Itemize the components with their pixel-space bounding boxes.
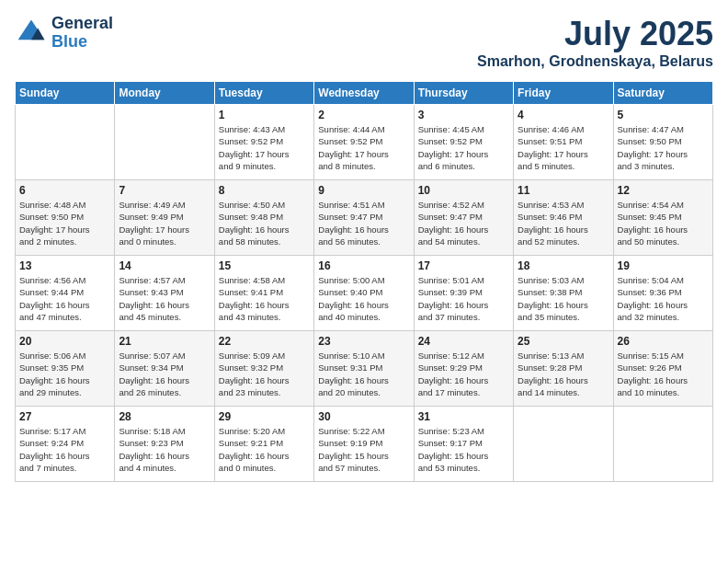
day-number: 9 [318,184,409,197]
day-number: 30 [318,410,409,423]
logo-line2: Blue [51,33,113,52]
calendar-cell: 16Sunrise: 5:00 AM Sunset: 9:40 PM Dayli… [314,256,414,331]
calendar-cell [514,407,613,482]
day-number: 26 [618,335,709,348]
day-number: 1 [219,109,310,121]
day-details: Sunrise: 5:22 AM Sunset: 9:19 PM Dayligh… [318,425,409,474]
calendar-cell: 30Sunrise: 5:22 AM Sunset: 9:19 PM Dayli… [314,407,414,482]
day-number: 6 [19,184,110,197]
day-number: 14 [119,259,210,272]
day-details: Sunrise: 4:57 AM Sunset: 9:43 PM Dayligh… [119,274,210,323]
day-number: 17 [418,259,509,272]
day-number: 13 [19,259,110,272]
calendar-body: 1Sunrise: 4:43 AM Sunset: 9:52 PM Daylig… [16,105,713,482]
day-details: Sunrise: 5:04 AM Sunset: 9:36 PM Dayligh… [618,274,709,323]
weekday-header-monday: Monday [115,82,214,105]
calendar-cell: 7Sunrise: 4:49 AM Sunset: 9:49 PM Daylig… [115,180,214,256]
calendar-cell: 3Sunrise: 4:45 AM Sunset: 9:52 PM Daylig… [414,105,513,180]
calendar-cell: 29Sunrise: 5:20 AM Sunset: 9:21 PM Dayli… [214,407,313,482]
calendar-week-1: 1Sunrise: 4:43 AM Sunset: 9:52 PM Daylig… [16,105,713,180]
calendar-cell: 1Sunrise: 4:43 AM Sunset: 9:52 PM Daylig… [214,105,313,180]
day-number: 3 [418,109,509,121]
day-details: Sunrise: 5:09 AM Sunset: 9:32 PM Dayligh… [219,350,310,398]
calendar-week-2: 6Sunrise: 4:48 AM Sunset: 9:50 PM Daylig… [16,180,713,256]
day-number: 20 [19,335,110,348]
month-title: July 2025 [477,15,713,53]
day-number: 18 [518,259,609,272]
day-number: 5 [618,109,709,121]
weekday-header-tuesday: Tuesday [214,82,313,105]
calendar-cell: 11Sunrise: 4:53 AM Sunset: 9:46 PM Dayli… [514,180,613,256]
day-number: 10 [418,184,509,197]
day-details: Sunrise: 5:10 AM Sunset: 9:31 PM Dayligh… [318,350,409,398]
day-details: Sunrise: 5:00 AM Sunset: 9:40 PM Dayligh… [318,274,409,323]
day-number: 7 [119,184,210,197]
day-details: Sunrise: 4:51 AM Sunset: 9:47 PM Dayligh… [318,199,409,247]
calendar-cell [613,407,712,482]
day-details: Sunrise: 4:45 AM Sunset: 9:52 PM Dayligh… [418,123,509,172]
calendar-cell: 9Sunrise: 4:51 AM Sunset: 9:47 PM Daylig… [314,180,414,256]
page-header: General Blue July 2025 Smarhon, Grodnens… [15,15,713,70]
day-number: 25 [518,335,609,348]
day-number: 29 [219,410,310,423]
day-number: 22 [219,335,310,348]
day-details: Sunrise: 4:44 AM Sunset: 9:52 PM Dayligh… [318,123,409,172]
weekday-header-wednesday: Wednesday [314,82,414,105]
calendar-week-3: 13Sunrise: 4:56 AM Sunset: 9:44 PM Dayli… [16,256,713,331]
calendar-cell: 25Sunrise: 5:13 AM Sunset: 9:28 PM Dayli… [514,331,613,407]
weekday-header-thursday: Thursday [414,82,513,105]
calendar-cell: 22Sunrise: 5:09 AM Sunset: 9:32 PM Dayli… [214,331,313,407]
day-number: 27 [19,410,110,423]
calendar-week-5: 27Sunrise: 5:17 AM Sunset: 9:24 PM Dayli… [16,407,713,482]
day-details: Sunrise: 4:52 AM Sunset: 9:47 PM Dayligh… [418,199,509,247]
calendar-week-4: 20Sunrise: 5:06 AM Sunset: 9:35 PM Dayli… [16,331,713,407]
calendar-cell: 2Sunrise: 4:44 AM Sunset: 9:52 PM Daylig… [314,105,414,180]
day-number: 15 [219,259,310,272]
day-details: Sunrise: 5:13 AM Sunset: 9:28 PM Dayligh… [518,350,609,398]
calendar-cell: 15Sunrise: 4:58 AM Sunset: 9:41 PM Dayli… [214,256,313,331]
weekday-header-saturday: Saturday [613,82,712,105]
day-details: Sunrise: 4:53 AM Sunset: 9:46 PM Dayligh… [518,199,609,247]
calendar-cell: 4Sunrise: 4:46 AM Sunset: 9:51 PM Daylig… [514,105,613,180]
calendar-cell: 12Sunrise: 4:54 AM Sunset: 9:45 PM Dayli… [613,180,712,256]
calendar-cell: 14Sunrise: 4:57 AM Sunset: 9:43 PM Dayli… [115,256,214,331]
day-details: Sunrise: 5:12 AM Sunset: 9:29 PM Dayligh… [418,350,509,398]
calendar-cell: 5Sunrise: 4:47 AM Sunset: 9:50 PM Daylig… [613,105,712,180]
day-number: 31 [418,410,509,423]
day-number: 12 [618,184,709,197]
location-title: Smarhon, Grodnenskaya, Belarus [477,53,713,70]
calendar-cell: 24Sunrise: 5:12 AM Sunset: 9:29 PM Dayli… [414,331,513,407]
day-number: 2 [318,109,409,121]
logo-icon [15,17,48,50]
calendar-cell: 28Sunrise: 5:18 AM Sunset: 9:23 PM Dayli… [115,407,214,482]
day-number: 8 [219,184,310,197]
calendar-cell: 23Sunrise: 5:10 AM Sunset: 9:31 PM Dayli… [314,331,414,407]
day-details: Sunrise: 4:54 AM Sunset: 9:45 PM Dayligh… [618,199,709,247]
day-details: Sunrise: 5:18 AM Sunset: 9:23 PM Dayligh… [119,425,210,474]
day-number: 23 [318,335,409,348]
calendar-cell [16,105,115,180]
day-details: Sunrise: 4:50 AM Sunset: 9:48 PM Dayligh… [219,199,310,247]
day-details: Sunrise: 5:15 AM Sunset: 9:26 PM Dayligh… [618,350,709,398]
day-number: 24 [418,335,509,348]
calendar-cell: 26Sunrise: 5:15 AM Sunset: 9:26 PM Dayli… [613,331,712,407]
day-details: Sunrise: 5:07 AM Sunset: 9:34 PM Dayligh… [119,350,210,398]
calendar-cell: 19Sunrise: 5:04 AM Sunset: 9:36 PM Dayli… [613,256,712,331]
day-details: Sunrise: 5:20 AM Sunset: 9:21 PM Dayligh… [219,425,310,474]
title-block: July 2025 Smarhon, Grodnenskaya, Belarus [477,15,713,70]
calendar-cell: 10Sunrise: 4:52 AM Sunset: 9:47 PM Dayli… [414,180,513,256]
day-details: Sunrise: 4:47 AM Sunset: 9:50 PM Dayligh… [618,123,709,172]
day-details: Sunrise: 4:46 AM Sunset: 9:51 PM Dayligh… [518,123,609,172]
logo: General Blue [15,15,113,52]
day-details: Sunrise: 4:56 AM Sunset: 9:44 PM Dayligh… [19,274,110,323]
calendar-header: SundayMondayTuesdayWednesdayThursdayFrid… [16,82,713,105]
logo-line1: General [51,15,113,33]
day-number: 28 [119,410,210,423]
calendar-cell: 6Sunrise: 4:48 AM Sunset: 9:50 PM Daylig… [16,180,115,256]
calendar-cell: 27Sunrise: 5:17 AM Sunset: 9:24 PM Dayli… [16,407,115,482]
calendar-cell: 20Sunrise: 5:06 AM Sunset: 9:35 PM Dayli… [16,331,115,407]
weekday-header-row: SundayMondayTuesdayWednesdayThursdayFrid… [16,82,713,105]
day-number: 16 [318,259,409,272]
day-details: Sunrise: 5:17 AM Sunset: 9:24 PM Dayligh… [19,425,110,474]
weekday-header-sunday: Sunday [16,82,115,105]
